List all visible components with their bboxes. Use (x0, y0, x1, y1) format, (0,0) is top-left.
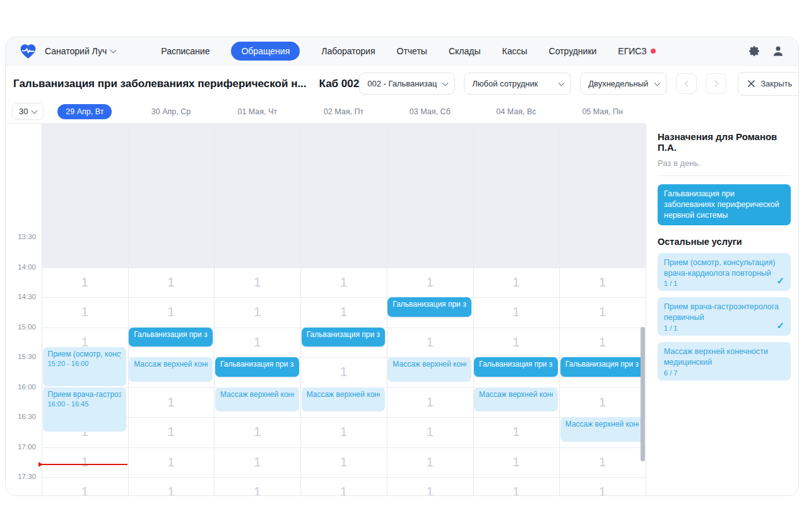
event-title: Прием врача-гастроэнт (48, 390, 122, 399)
free-slot-cell[interactable]: 1 (215, 298, 300, 327)
nav-item-label: Лаборатория (321, 46, 375, 56)
free-slot-cell[interactable]: 1 (301, 448, 386, 477)
organization-selector[interactable]: Санаторий Луч (45, 46, 115, 56)
free-slot-cell[interactable]: 1 (560, 268, 645, 297)
service-card[interactable]: Прием (осмотр, консультация) врача-карди… (658, 253, 791, 292)
top-nav: Санаторий Луч РасписаниеОбращенияЛаборат… (6, 37, 798, 66)
event-service[interactable]: Массаж верхней конечн (474, 387, 558, 412)
day-header-label: 01 Мая, Чт (237, 107, 277, 116)
free-slot-cell[interactable]: 1 (129, 268, 214, 297)
day-header[interactable]: 04 Мая, Вс (473, 102, 560, 121)
slot-duration-select[interactable]: 30 (12, 103, 44, 120)
nav-item-label: Кассы (502, 46, 528, 56)
settings-gear-icon[interactable] (748, 45, 760, 57)
day-header[interactable]: 29 Апр, Вт (42, 102, 128, 121)
free-slot-cell[interactable]: 1 (474, 448, 559, 477)
event-galvanization[interactable]: Гальванизация при заб (560, 357, 644, 377)
view-period-select[interactable]: Двухнедельный (580, 73, 667, 95)
nav-item[interactable]: Отчеты (397, 46, 427, 56)
free-slot-cell[interactable]: 1 (387, 268, 473, 297)
nav-menu: РасписаниеОбращенияЛабораторияОтчетыСкла… (161, 42, 655, 61)
service-card[interactable]: Массаж верхней конечности медицинский6 /… (658, 342, 791, 381)
free-slot-cell[interactable]: 1 (474, 268, 559, 297)
free-slot-cell[interactable]: 1 (42, 268, 127, 297)
free-slot-cell[interactable]: 1 (560, 328, 645, 357)
free-slot-cell[interactable]: 1 (215, 328, 300, 357)
free-slot-cell[interactable]: 1 (474, 418, 559, 447)
nav-item[interactable]: Обращения (231, 42, 300, 61)
day-header[interactable]: 05 Мая, Пн (559, 102, 646, 121)
free-slot-cell[interactable]: 1 (387, 448, 473, 477)
event-service[interactable]: Прием (осмотр, консул15:20 - 16:00 (43, 347, 127, 386)
event-time-range: 16:00 - 16:45 (48, 400, 122, 408)
assignments-frequency: Раз в день. (658, 158, 791, 168)
organization-name: Санаторий Луч (45, 46, 107, 56)
free-slot-cell[interactable]: 1 (560, 388, 645, 417)
free-slot-cell[interactable]: 1 (560, 448, 645, 477)
day-header[interactable]: 02 Мая, Пт (300, 102, 387, 121)
event-service[interactable]: Массаж верхней конечн (387, 357, 471, 382)
chevron-down-icon (654, 80, 661, 86)
day-header[interactable]: 30 Апр, Ср (128, 102, 215, 121)
nav-item[interactable]: Склады (449, 46, 481, 56)
free-slot-cell[interactable]: 1 (474, 328, 559, 357)
event-galvanization[interactable]: Гальванизация при заб (302, 328, 386, 347)
service-card[interactable]: Прием врача-гастроэнтеролога первичный1 … (658, 297, 791, 336)
calendar-grid: 13:3014:0014:3015:0015:3016:0016:3017:00… (6, 124, 646, 496)
free-slot-cell[interactable]: 1 (215, 418, 300, 447)
free-slot-cell[interactable]: 1 (474, 478, 559, 496)
time-label: 14:00 (6, 263, 36, 271)
free-slot-cell[interactable]: 1 (301, 268, 386, 297)
nav-item[interactable]: ЕГИСЗ (618, 46, 655, 56)
free-slot-cell[interactable]: 1 (387, 328, 473, 357)
next-period-button[interactable] (706, 73, 726, 94)
event-galvanization[interactable]: Гальванизация при заб (387, 297, 471, 317)
close-button[interactable]: Закрыть (738, 72, 799, 96)
calendar-scrollbar[interactable] (641, 327, 645, 461)
free-slot-cell[interactable]: 1 (129, 298, 214, 327)
nav-item[interactable]: Кассы (502, 46, 528, 56)
free-slot-cell[interactable]: 1 (387, 418, 473, 447)
event-galvanization[interactable]: Гальванизация при заб (215, 357, 299, 377)
previous-period-button[interactable] (676, 73, 697, 94)
free-slot-cell[interactable]: 1 (301, 478, 386, 496)
room-select[interactable]: 002 - Гальванизац (359, 73, 455, 95)
free-slot-cell[interactable]: 1 (129, 418, 214, 447)
event-galvanization[interactable]: Гальванизация при заб (474, 357, 558, 377)
nav-item-label: Отчеты (397, 46, 427, 56)
event-time-range: 15:20 - 16:00 (48, 360, 122, 367)
free-slot-cell[interactable]: 1 (42, 478, 127, 496)
free-slot-cell[interactable]: 1 (301, 418, 386, 447)
free-slot-cell[interactable]: 1 (387, 388, 473, 417)
day-header[interactable]: 03 Мая, Сб (387, 102, 473, 121)
free-slot-cell[interactable]: 1 (215, 478, 300, 496)
free-slot-cell[interactable]: 1 (215, 268, 300, 297)
free-slot-cell[interactable]: 1 (42, 448, 127, 477)
user-profile-icon[interactable] (772, 45, 784, 57)
free-slot-cell[interactable]: 1 (129, 478, 214, 496)
free-slot-cell[interactable]: 1 (560, 298, 645, 327)
free-slot-cell[interactable]: 1 (215, 448, 300, 477)
event-title: Гальванизация при заб (220, 360, 294, 369)
day-header[interactable]: 01 Мая, Чт (214, 102, 300, 121)
free-slot-cell[interactable]: 1 (301, 358, 386, 387)
nav-item[interactable]: Лаборатория (321, 46, 375, 56)
employee-select[interactable]: Любой сотрудник (464, 73, 571, 95)
free-slot-cell[interactable]: 1 (129, 388, 214, 417)
nav-item[interactable]: Расписание (161, 46, 210, 56)
event-service[interactable]: Массаж верхней конечн (129, 357, 213, 382)
event-title: Гальванизация при заб (565, 360, 639, 369)
main-service-button[interactable]: Гальванизация при заболеваниях периферич… (658, 184, 791, 225)
free-slot-cell[interactable]: 1 (560, 478, 645, 496)
free-slot-cell[interactable]: 1 (42, 298, 127, 327)
free-slot-cell[interactable]: 1 (301, 298, 386, 327)
event-galvanization[interactable]: Гальванизация при заб (129, 328, 213, 347)
event-service[interactable]: Прием врача-гастроэнт16:00 - 16:45 (43, 387, 127, 432)
nav-item[interactable]: Сотрудники (549, 46, 597, 56)
event-service[interactable]: Массаж верхней конечн (302, 387, 386, 412)
free-slot-cell[interactable]: 1 (387, 478, 473, 496)
free-slot-cell[interactable]: 1 (129, 448, 214, 477)
event-service[interactable]: Массаж верхней конечн (215, 387, 299, 412)
event-service[interactable]: Массаж верхней конечн (560, 417, 644, 442)
free-slot-cell[interactable]: 1 (474, 298, 559, 327)
